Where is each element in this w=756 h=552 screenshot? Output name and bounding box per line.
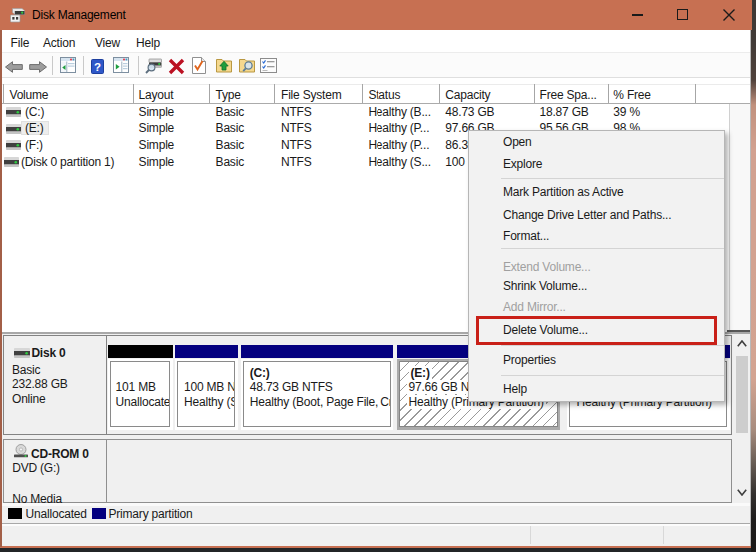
svg-text:?: ?	[94, 61, 101, 73]
